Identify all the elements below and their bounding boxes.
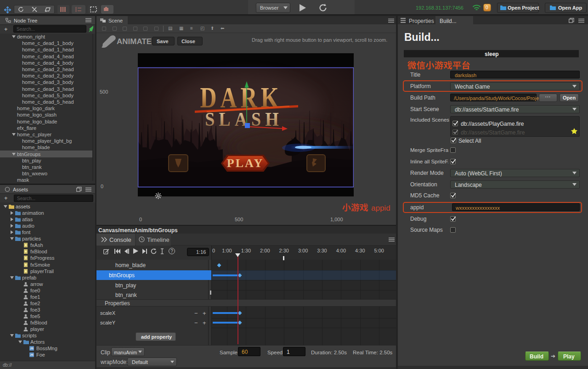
svg-text:PLAY: PLAY <box>227 157 264 170</box>
svg-text:SLASH: SLASH <box>205 109 283 130</box>
